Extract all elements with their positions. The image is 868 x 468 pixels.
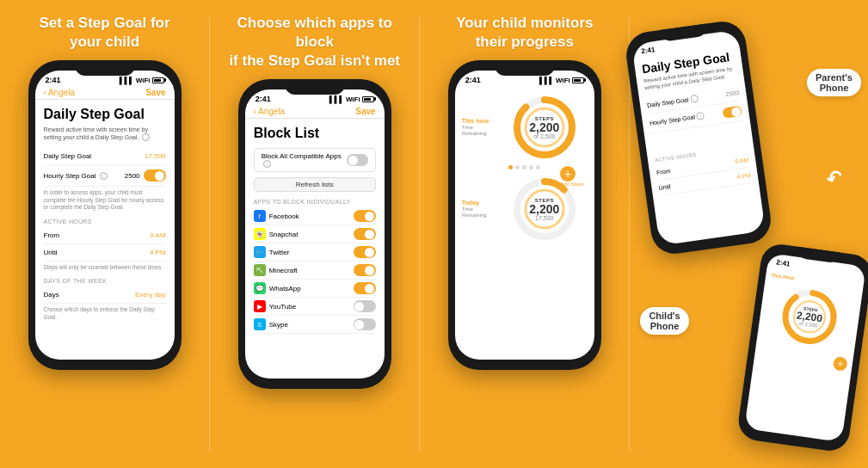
phone-notch-3: [495, 60, 555, 76]
screen-content-3: This hour TimeRemaining STEPS 2,200: [455, 86, 594, 360]
block-list-title: Block List: [254, 126, 376, 141]
today-label: Today: [462, 200, 505, 206]
screen-subtitle-1: Reward active time with screen time by s…: [44, 126, 166, 141]
donut-2: STEPS 2,200 17,500: [510, 175, 579, 243]
minecraft-icon: ⛏: [254, 264, 266, 276]
toggle-minecraft[interactable]: [354, 264, 376, 276]
today-section: Today TimeRemaining STEPS 2,200 17,500: [462, 175, 588, 243]
time-remaining-label-2: TimeRemaining: [462, 206, 505, 219]
help-text-1: In order to access apps, your child must…: [44, 189, 166, 211]
app-row-twitter: 🐦 Twitter: [254, 243, 376, 262]
child-phone-screen: 2:41 This hour STEPS 2,200 of 2,500: [744, 253, 866, 442]
app-row-facebook: f Facebook: [254, 207, 376, 225]
battery-icon: [152, 77, 164, 83]
battery-icon-3: [572, 77, 584, 83]
child-phone-label: Child's Phone: [640, 307, 688, 335]
info-icon-2[interactable]: i: [100, 172, 108, 180]
days-row: Days Every day: [44, 286, 166, 304]
panel2-title: Choose which apps to block if the Step G…: [219, 14, 410, 71]
info-icon-block[interactable]: i: [263, 160, 271, 168]
refresh-btn[interactable]: Refresh lists: [254, 177, 376, 192]
save-btn-1[interactable]: Save: [145, 88, 165, 97]
skype-icon: S: [254, 318, 266, 330]
time-2: 2:41: [255, 95, 271, 103]
screen-content-1: Daily Step Goal Reward active time with …: [35, 100, 175, 360]
app-row-youtube: ▶ YouTube: [254, 298, 376, 316]
phone-screen-1: 2:41 ▌▌▌ WiFi ‹ Angela Save Daily Step G…: [35, 71, 175, 360]
whatsapp-icon: 💬: [254, 282, 266, 294]
child-donut: STEPS 2,200 of 2,500: [775, 283, 843, 351]
info-icon-1[interactable]: i: [142, 133, 150, 141]
save-btn-2[interactable]: Save: [355, 107, 375, 116]
days-help: Choose which days to enforce the Daily S…: [44, 306, 166, 321]
toggle-block-all[interactable]: [347, 154, 367, 166]
app-row-skype: S Skype: [254, 316, 376, 334]
panel-dual-phones: 2:41 Daily Step Goal Reward active time …: [630, 0, 868, 468]
daily-step-row: Daily Step Goal 17,500: [44, 148, 166, 165]
toggle-snapchat[interactable]: [354, 228, 376, 240]
parent-phone: 2:41 Daily Step Goal Reward active time …: [624, 19, 774, 257]
until-row: Until 4 PM: [44, 244, 166, 262]
hourly-step-row: Hourly Step Goal i 2500: [44, 165, 166, 187]
block-all-row: Block All Compatible Apps i: [254, 148, 376, 172]
child-phone-wrapper: 2:41 This hour STEPS 2,200 of 2,500: [736, 242, 868, 453]
from-row: From 9 AM: [44, 227, 166, 244]
days-label: DAYS OF THE WEEK: [44, 278, 166, 284]
child-phone: 2:41 This hour STEPS 2,200 of 2,500: [736, 242, 868, 453]
nav-1: ‹ Angela Save: [35, 86, 175, 100]
snapchat-icon: 👻: [254, 228, 266, 240]
status-icons-1: ▌▌▌ WiFi: [120, 77, 164, 84]
this-hour-label: This hour: [462, 118, 505, 125]
dot-4: [529, 165, 533, 169]
dot-3: [522, 165, 526, 169]
active-help: Steps will only be counted between these…: [44, 264, 166, 271]
child-this-hour: This hour: [771, 273, 795, 281]
time-1: 2:41: [46, 76, 61, 84]
phone-3: 2:41 ▌▌▌ WiFi This hour TimeRemaining: [448, 60, 601, 370]
twitter-icon: 🐦: [254, 246, 266, 258]
active-hours-label: ACTIVE HOURS: [44, 219, 166, 225]
wifi-icon: WiFi: [136, 77, 151, 84]
arrow-down: ↷: [823, 166, 846, 193]
apps-section-label: APPS TO BLOCK INDIVIDUALLY: [254, 199, 376, 205]
phone-1: 2:41 ▌▌▌ WiFi ‹ Angela Save Daily Step G…: [28, 60, 182, 370]
donut-1: STEPS 2,200 of 2,500: [510, 93, 579, 162]
parent-phone-screen: 2:41 Daily Step Goal Reward active time …: [632, 30, 766, 246]
toggle-1[interactable]: [144, 169, 166, 182]
phone-notch-2: [285, 79, 345, 95]
facebook-icon: f: [254, 210, 266, 222]
parent-phone-label: Parent's Phone: [807, 69, 861, 96]
panel1-title: Set a Step Goal for your child: [40, 14, 170, 52]
time-remaining-label-1: TimeRemaining: [462, 125, 505, 137]
app-row-minecraft: ⛏ Minecraft: [254, 262, 376, 280]
child-add-btn[interactable]: +: [833, 356, 848, 372]
app-row-whatsapp: 💬 WhatsApp: [254, 280, 376, 298]
toggle-parent-hourly[interactable]: [723, 105, 742, 118]
youtube-icon: ▶: [254, 300, 266, 312]
screen-title-1: Daily Step Goal: [44, 107, 166, 122]
back-btn-2[interactable]: ‹ Angela: [254, 107, 285, 116]
nav-2: ‹ Angela Save: [245, 105, 385, 119]
back-btn-1[interactable]: ‹ Angela: [44, 88, 75, 97]
dot-1: [508, 165, 513, 169]
toggle-twitter[interactable]: [354, 246, 376, 258]
screen-content-2: Block List Block All Compatible Apps i R…: [245, 119, 385, 379]
this-hour-section: This hour TimeRemaining STEPS 2,200: [462, 93, 588, 162]
phone-notch: [75, 60, 135, 76]
app-row-snapchat: 👻 Snapchat: [254, 225, 376, 243]
panel-progress: Your child monitors their progress 2:41 …: [420, 0, 629, 468]
phone-screen-3: 2:41 ▌▌▌ WiFi This hour TimeRemaining: [455, 71, 594, 360]
signal-icon: ▌▌▌: [120, 77, 134, 84]
parent-phone-wrapper: 2:41 Daily Step Goal Reward active time …: [624, 19, 774, 257]
panel-block-list: Choose which apps to block if the Step G…: [210, 0, 419, 468]
toggle-whatsapp[interactable]: [354, 282, 376, 294]
status-icons-2: ▌▌▌ WiFi: [329, 95, 374, 103]
battery-icon-2: [362, 96, 374, 102]
phone-screen-2: 2:41 ▌▌▌ WiFi ‹ Angela Save Block List: [245, 89, 385, 379]
toggle-facebook[interactable]: [354, 210, 376, 222]
toggle-youtube[interactable]: [354, 300, 376, 312]
dot-2: [515, 165, 520, 169]
panel3-title: Your child monitors their progress: [456, 14, 593, 52]
toggle-skype[interactable]: [354, 318, 376, 330]
panel-set-goal: Set a Step Goal for your child 2:41 ▌▌▌ …: [0, 0, 209, 468]
